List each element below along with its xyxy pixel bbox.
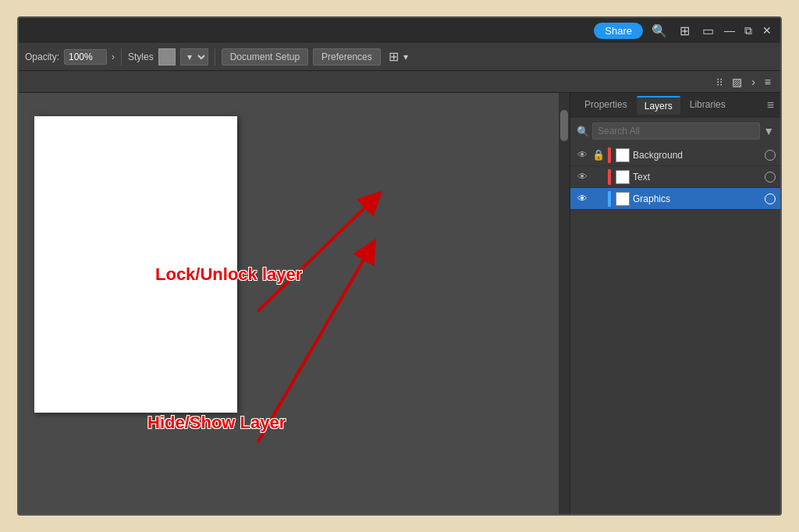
- opacity-label: Opacity:: [25, 51, 59, 62]
- layer-row[interactable]: 👁 Graphics: [570, 188, 780, 210]
- grid-dots-icon[interactable]: ⁝⁝: [713, 74, 726, 90]
- search-icon: 🔍: [577, 126, 589, 137]
- lock-icon[interactable]: 🔓: [592, 171, 605, 183]
- list-icon[interactable]: ≡: [762, 74, 774, 90]
- align-icon[interactable]: ⊞: [389, 49, 399, 64]
- panel-icon[interactable]: ▭: [698, 22, 718, 40]
- layer-row[interactable]: 👁 🔓 Text: [570, 166, 780, 188]
- visibility-icon[interactable]: 👁: [575, 149, 589, 161]
- hide-show-label: Hide/Show Layer: [147, 413, 286, 433]
- vertical-scrollbar[interactable]: [559, 93, 570, 514]
- separator-1: [121, 48, 122, 66]
- layer-thumbnail: [616, 192, 630, 206]
- layer-thumbnail: [616, 148, 630, 162]
- close-button[interactable]: ✕: [760, 23, 774, 37]
- layer-name: Text: [633, 172, 762, 183]
- layer-thumbnail: [616, 170, 630, 184]
- layers-icon[interactable]: ▨: [729, 74, 745, 90]
- tab-properties[interactable]: Properties: [577, 96, 635, 115]
- styles-label: Styles: [128, 51, 154, 62]
- panel-menu-icon[interactable]: ≡: [767, 98, 774, 112]
- visibility-icon[interactable]: 👁: [575, 193, 589, 204]
- align-arrow[interactable]: ▾: [403, 51, 408, 62]
- restore-button[interactable]: ⧉: [741, 23, 755, 37]
- document-setup-button[interactable]: Document Setup: [222, 48, 308, 66]
- opacity-arrow[interactable]: ›: [112, 51, 115, 62]
- canvas-page: [34, 116, 237, 413]
- layers-list: 👁 🔒 Background 👁 🔓 Text: [570, 144, 780, 514]
- filter-icon[interactable]: ▼: [763, 125, 774, 137]
- layer-color-bar: [608, 169, 611, 185]
- layer-search-input[interactable]: [592, 122, 760, 140]
- preferences-button[interactable]: Preferences: [313, 48, 381, 66]
- layer-target-circle[interactable]: [765, 193, 776, 204]
- panel-tabs: Properties Layers Libraries ≡: [570, 93, 780, 118]
- layer-color-bar: [608, 147, 611, 163]
- opacity-input[interactable]: [64, 49, 107, 65]
- svg-line-2: [257, 250, 369, 442]
- layer-target-circle[interactable]: [765, 150, 776, 161]
- toolbar2: ⁝⁝ ▨ › ≡: [19, 71, 780, 93]
- lock-icon[interactable]: 🔒: [592, 149, 605, 161]
- scrollbar-thumb[interactable]: [560, 110, 568, 141]
- panel-tabs-left: Properties Layers Libraries: [577, 96, 733, 115]
- layer-name: Graphics: [633, 193, 762, 204]
- visibility-icon[interactable]: 👁: [575, 171, 589, 183]
- svg-line-1: [257, 200, 373, 311]
- canvas-area[interactable]: Lock/Unlock layer Hide/Show Layer: [19, 93, 559, 514]
- layer-name: Background: [633, 150, 762, 161]
- panel-search: 🔍 ▼: [570, 118, 780, 144]
- color-swatch[interactable]: [158, 48, 176, 66]
- grid-icon[interactable]: ⊞: [676, 22, 694, 40]
- share-button[interactable]: Share: [594, 23, 643, 39]
- layer-color-bar: [608, 191, 611, 207]
- title-bar: Share 🔍 ⊞ ▭ — ⧉ ✕: [19, 18, 780, 43]
- tab-layers[interactable]: Layers: [637, 96, 680, 115]
- app-window: Share 🔍 ⊞ ▭ — ⧉ ✕ Opacity: › Styles ▾ Do…: [17, 16, 782, 516]
- right-panel: Properties Layers Libraries ≡ 🔍 ▼ 👁 🔒: [570, 93, 780, 514]
- arrow-icon[interactable]: ›: [748, 74, 758, 90]
- toolbar: Opacity: › Styles ▾ Document Setup Prefe…: [19, 43, 780, 71]
- separator-2: [215, 48, 215, 66]
- search-icon[interactable]: 🔍: [648, 22, 671, 40]
- minimize-button[interactable]: —: [723, 23, 737, 37]
- layer-row[interactable]: 👁 🔒 Background: [570, 144, 780, 166]
- layer-target-circle[interactable]: [765, 172, 776, 183]
- styles-dropdown[interactable]: ▾: [180, 48, 208, 66]
- tab-libraries[interactable]: Libraries: [682, 96, 733, 115]
- main-area: Lock/Unlock layer Hide/Show Layer Proper…: [19, 93, 780, 514]
